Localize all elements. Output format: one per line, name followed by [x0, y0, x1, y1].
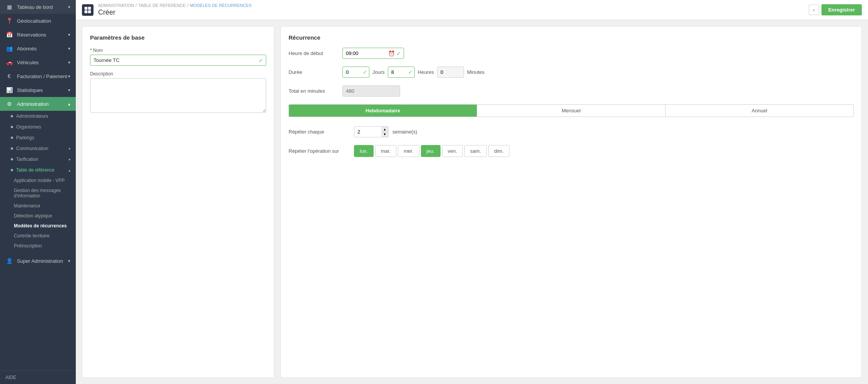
crumb-current: MODÈLES DE RÉCURRENCES	[190, 3, 252, 8]
heure-debut-label: Heure de début	[289, 50, 339, 56]
sidebar-item-administration[interactable]: ⚙ Administration ▴	[0, 97, 76, 111]
total-input	[342, 85, 400, 97]
sidebar-footer[interactable]: AIDE	[0, 371, 76, 384]
tab-annuel[interactable]: Annuel	[666, 105, 853, 117]
car-icon: 🚗	[5, 59, 13, 65]
sidebar-item-tableau-de-bord[interactable]: ▦ Tableau de bord ▾	[0, 0, 76, 14]
sidebar-sub-organismes[interactable]: Organismes	[0, 122, 76, 132]
sidebar-deep-maintenance[interactable]: Maintenance	[0, 201, 76, 211]
description-form-group: Description	[90, 71, 266, 114]
sidebar-deep-controle-territoire[interactable]: Contrôle territoire	[0, 231, 76, 241]
spinner-down-button[interactable]: ▼	[382, 132, 388, 137]
dot-icon	[11, 126, 13, 128]
description-textarea[interactable]	[90, 78, 266, 113]
tab-hebdomadaire[interactable]: Hebdomadaire	[289, 105, 477, 117]
day-lun-button[interactable]: lun.	[354, 145, 374, 157]
chevron-down-icon: ▾	[68, 259, 70, 264]
help-mascot	[53, 365, 73, 384]
semaine-label: semaine(s)	[392, 129, 417, 135]
total-label: Total en minutes	[289, 88, 339, 94]
sidebar-item-abonnes[interactable]: 👥 Abonnés ▾	[0, 42, 76, 55]
minutes-input[interactable]	[437, 67, 464, 78]
dashboard-icon: ▦	[5, 4, 13, 10]
name-input[interactable]	[90, 55, 266, 66]
back-button[interactable]: ‹	[809, 5, 819, 15]
time-icons: ⏰ ✓	[388, 50, 401, 57]
dot-icon	[11, 137, 13, 139]
right-card-title: Récurrence	[289, 34, 854, 41]
day-ven-button[interactable]: ven.	[442, 145, 463, 157]
repeat-spinner: ▲ ▼	[382, 127, 388, 137]
sidebar-item-facturation[interactable]: € Facturation / Paiement ▾	[0, 69, 76, 83]
jours-check-icon: ✓	[363, 69, 367, 75]
svg-rect-3	[88, 10, 91, 13]
sidebar-item-vehicules[interactable]: 🚗 Véhicules ▾	[0, 55, 76, 69]
stats-icon: 📊	[5, 87, 13, 93]
check-icon: ✓	[396, 50, 401, 57]
sidebar-item-super-admin[interactable]: 👤 Super Administration ▾	[0, 254, 76, 268]
users-icon: 👥	[5, 45, 13, 52]
heures-input-wrap: ✓	[388, 67, 415, 78]
location-icon: 📍	[5, 18, 13, 24]
chevron-down-icon: ▾	[68, 60, 70, 65]
page-title: Créer	[98, 8, 115, 17]
total-row: Total en minutes	[289, 85, 854, 97]
sidebar-sub-administrateurs[interactable]: Administrateurs	[0, 111, 76, 122]
sidebar-sub-communication[interactable]: Communication ▾	[0, 143, 76, 154]
save-button[interactable]: Enregistrer	[821, 4, 862, 15]
sidebar-deep-preinscription[interactable]: Préinscription	[0, 241, 76, 251]
sidebar-item-label: Statistiques	[17, 87, 43, 93]
dot-icon	[11, 147, 13, 150]
deep-item-label: Maintenance	[14, 203, 40, 209]
main-content: ADMINISTRATION / TABLE DE RÉFÉRENCE / MO…	[76, 0, 868, 384]
day-dim-button[interactable]: dim.	[488, 145, 509, 157]
aide-label: AIDE	[5, 375, 16, 380]
sidebar-deep-application-mobile[interactable]: Application mobile - VPP	[0, 175, 76, 185]
jours-label: Jours	[372, 69, 385, 75]
sidebar-item-label: Géolocalisation	[17, 18, 51, 24]
deep-item-label: Gestion des messages d'information	[14, 188, 61, 199]
dot-icon	[11, 115, 13, 117]
deep-item-label: Modèles de récurrences	[14, 223, 67, 229]
description-label: Description	[90, 71, 266, 77]
repeter-operation-label: Répéter l'opération sur	[289, 148, 350, 154]
heures-check-icon: ✓	[408, 69, 412, 75]
breadcrumb: ADMINISTRATION / TABLE DE RÉFÉRENCE / MO…	[98, 3, 252, 17]
chevron-up-icon: ▴	[68, 168, 70, 172]
crumb-sep: /	[135, 3, 137, 8]
spinner-up-button[interactable]: ▲	[382, 127, 388, 132]
deep-item-label: Détection atypique	[14, 213, 52, 219]
sidebar-item-statistiques[interactable]: 📊 Statistiques ▾	[0, 83, 76, 97]
sidebar-deep-gestion-messages[interactable]: Gestion des messages d'information	[0, 185, 76, 201]
chevron-down-icon: ▾	[68, 32, 70, 37]
sidebar-item-label: Tableau de bord	[17, 4, 53, 10]
day-mar-button[interactable]: mar.	[375, 145, 396, 157]
day-jeu-button[interactable]: jeu.	[421, 145, 441, 157]
day-group: lun. mar. mer. jeu. ven. sam. dim.	[354, 145, 509, 157]
heures-label: Heures	[418, 69, 434, 75]
sidebar-sub-parkings[interactable]: Parkings	[0, 132, 76, 143]
right-card: Récurrence Heure de début ⏰ ✓ Durée	[280, 26, 862, 378]
day-mer-button[interactable]: mer.	[398, 145, 419, 157]
sidebar-item-reservations[interactable]: 📅 Réservations ▾	[0, 28, 76, 42]
sidebar-item-label: Super Administration	[17, 258, 63, 264]
tab-mensuel[interactable]: Mensuel	[477, 105, 665, 117]
sidebar-sub-table-de-reference[interactable]: Table de référence ▴	[0, 165, 76, 175]
dot-icon	[11, 158, 13, 160]
breadcrumb-line: ADMINISTRATION / TABLE DE RÉFÉRENCE / MO…	[98, 3, 252, 8]
sidebar-deep-modeles-recurrences[interactable]: Modèles de récurrences	[0, 221, 76, 231]
repeter-operation-row: Répéter l'opération sur lun. mar. mer. j…	[289, 145, 854, 157]
sidebar-item-geolocalisation[interactable]: 📍 Géolocalisation	[0, 14, 76, 28]
dot-icon	[11, 169, 13, 171]
crumb-sep2: /	[187, 3, 189, 8]
sidebar-deep-detection-atypique[interactable]: Détection atypique	[0, 211, 76, 221]
chevron-down-icon: ▾	[68, 157, 70, 162]
name-label: * Nom	[90, 48, 266, 53]
day-sam-button[interactable]: sam.	[464, 145, 487, 157]
minutes-label: Minutes	[467, 69, 485, 75]
chevron-down-icon: ▾	[68, 147, 70, 151]
sidebar-sub-tarification[interactable]: Tarification ▾	[0, 154, 76, 165]
left-card: Paramètres de base * Nom ✓ Description	[82, 26, 274, 378]
sidebar-item-label: Abonnés	[17, 46, 37, 52]
sidebar-item-label: Véhicules	[17, 60, 38, 65]
